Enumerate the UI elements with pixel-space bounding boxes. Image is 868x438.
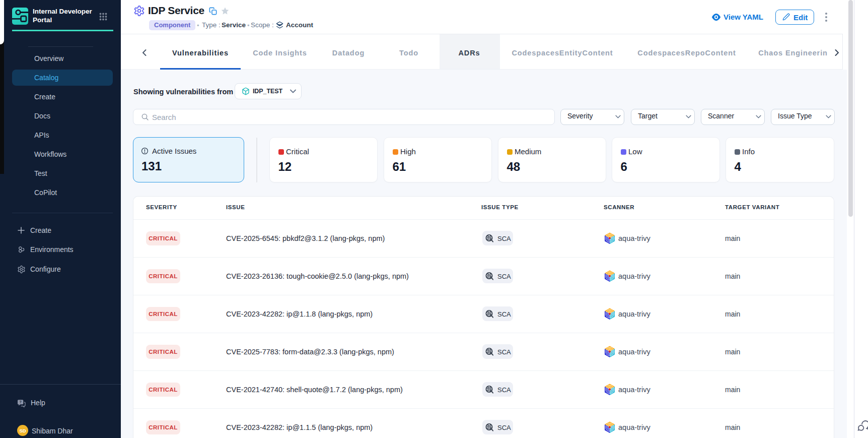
svg-text:?: ? bbox=[19, 400, 21, 404]
